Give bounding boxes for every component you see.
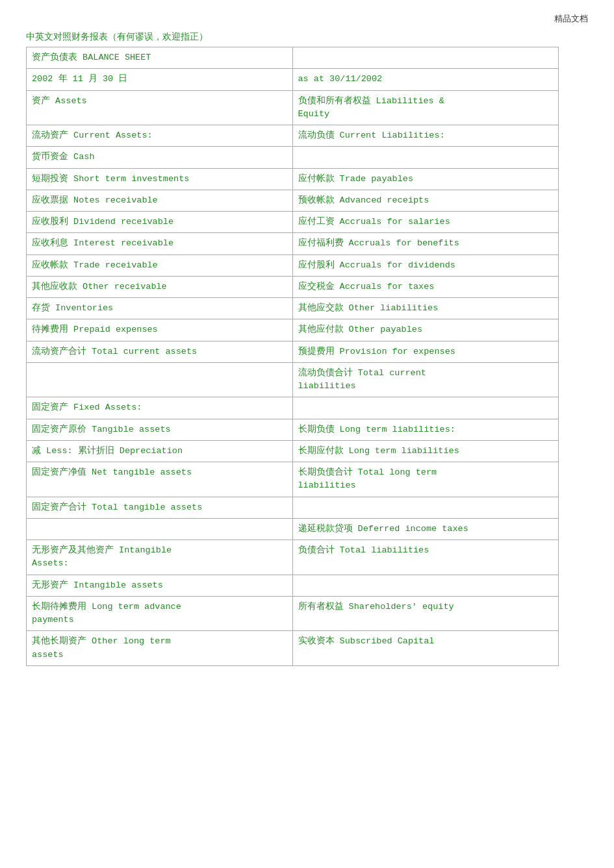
- cell-left: 短期投资 Short term investments: [27, 168, 293, 190]
- cell-left: 应收股利 Dividend receivable: [27, 212, 293, 233]
- cell-left: 固定资产 Fixed Assets:: [27, 397, 293, 419]
- cell-right: 流动负债合计 Total currentliabilities: [292, 362, 559, 397]
- cell-right: [292, 497, 559, 518]
- cell-right: [292, 575, 559, 596]
- cell-right: 长期负债合计 Total long termliabilities: [292, 462, 559, 497]
- table-row: 货币资金 Cash: [27, 147, 559, 168]
- cell-right: 应付帐款 Trade payables: [292, 168, 559, 190]
- cell-left: [27, 362, 293, 397]
- cell-left: 应收利息 Interest receivable: [27, 233, 293, 254]
- cell-right: 应付工资 Accruals for salaries: [292, 212, 559, 233]
- table-row: 应收票据 Notes receivable预收帐款 Advanced recei…: [27, 190, 559, 211]
- cell-right: 负债和所有者权益 Liabilities &Equity: [292, 90, 559, 125]
- cell-left: 待摊费用 Prepaid expenses: [27, 319, 293, 341]
- table-row: 短期投资 Short term investments应付帐款 Trade pa…: [27, 168, 559, 190]
- cell-left: 减 Less: 累计折旧 Depreciation: [27, 440, 293, 462]
- cell-left: 存货 Inventories: [27, 298, 293, 319]
- cell-right: 长期负债 Long term liabilities:: [292, 419, 559, 440]
- cell-left: 2002 年 11 月 30 日: [27, 69, 293, 90]
- cell-right: 负债合计 Total liabilities: [292, 540, 559, 575]
- table-row: 应收利息 Interest receivable应付福利费 Accruals f…: [27, 233, 559, 254]
- cell-right: 其他应付款 Other payables: [292, 319, 559, 341]
- cell-right: 预提费用 Provision for expenses: [292, 341, 559, 362]
- document-title: 中英文对照财务报表（有何谬误，欢迎指正）: [26, 31, 588, 43]
- table-row: 资产 Assets负债和所有者权益 Liabilities &Equity: [27, 90, 559, 125]
- table-row: 2002 年 11 月 30 日as at 30/11/2002: [27, 69, 559, 90]
- cell-right: 预收帐款 Advanced receipts: [292, 190, 559, 211]
- table-row: 待摊费用 Prepaid expenses其他应付款 Other payable…: [27, 319, 559, 341]
- balance-sheet-table: 资产负债表 BALANCE SHEET2002 年 11 月 30 日as at…: [26, 47, 559, 666]
- cell-left: 资产 Assets: [27, 90, 293, 125]
- table-row: 存货 Inventories其他应交款 Other liabilities: [27, 298, 559, 319]
- cell-left: 其他长期资产 Other long termassets: [27, 631, 293, 666]
- table-row: 减 Less: 累计折旧 Depreciation长期应付款 Long term…: [27, 440, 559, 462]
- cell-right: 递延税款贷项 Deferred income taxes: [292, 518, 559, 539]
- table-row: 流动资产合计 Total current assets预提费用 Provisio…: [27, 341, 559, 362]
- cell-left: 应收帐款 Trade receivable: [27, 254, 293, 276]
- cell-right: 长期应付款 Long term liabilities: [292, 440, 559, 462]
- cell-right: 所有者权益 Shareholders' equity: [292, 596, 559, 631]
- cell-left: [27, 518, 293, 539]
- cell-right: 流动负债 Current Liabilities:: [292, 125, 559, 147]
- cell-right: 应付股利 Accruals for dividends: [292, 254, 559, 276]
- table-row: 长期待摊费用 Long term advancepayments所有者权益 Sh…: [27, 596, 559, 631]
- watermark-text: 精品文档: [26, 13, 588, 25]
- cell-left: 长期待摊费用 Long term advancepayments: [27, 596, 293, 631]
- cell-left: 无形资产及其他资产 IntangibleAssets:: [27, 540, 293, 575]
- cell-left: 货币资金 Cash: [27, 147, 293, 168]
- cell-left: 应收票据 Notes receivable: [27, 190, 293, 211]
- table-row: 其他应收款 Other receivable应交税金 Accruals for …: [27, 276, 559, 297]
- cell-right: 实收资本 Subscribed Capital: [292, 631, 559, 666]
- cell-left: 固定资产原价 Tangible assets: [27, 419, 293, 440]
- cell-right: 其他应交款 Other liabilities: [292, 298, 559, 319]
- cell-right: 应交税金 Accruals for taxes: [292, 276, 559, 297]
- cell-left: 流动资产 Current Assets:: [27, 125, 293, 147]
- cell-left: 无形资产 Intangible assets: [27, 575, 293, 596]
- table-row: 无形资产及其他资产 IntangibleAssets:负债合计 Total li…: [27, 540, 559, 575]
- cell-left: 资产负债表 BALANCE SHEET: [27, 47, 293, 69]
- cell-right: as at 30/11/2002: [292, 69, 559, 90]
- table-row: 流动负债合计 Total currentliabilities: [27, 362, 559, 397]
- cell-right: [292, 397, 559, 419]
- cell-left: 固定资产合计 Total tangible assets: [27, 497, 293, 518]
- cell-right: [292, 47, 559, 69]
- table-row: 应收股利 Dividend receivable应付工资 Accruals fo…: [27, 212, 559, 233]
- table-row: 固定资产净值 Net tangible assets长期负债合计 Total l…: [27, 462, 559, 497]
- cell-left: 固定资产净值 Net tangible assets: [27, 462, 293, 497]
- table-row: 递延税款贷项 Deferred income taxes: [27, 518, 559, 539]
- cell-right: 应付福利费 Accruals for benefits: [292, 233, 559, 254]
- cell-right: [292, 147, 559, 168]
- table-row: 资产负债表 BALANCE SHEET: [27, 47, 559, 69]
- table-row: 应收帐款 Trade receivable应付股利 Accruals for d…: [27, 254, 559, 276]
- table-row: 固定资产原价 Tangible assets长期负债 Long term lia…: [27, 419, 559, 440]
- table-row: 固定资产合计 Total tangible assets: [27, 497, 559, 518]
- table-row: 无形资产 Intangible assets: [27, 575, 559, 596]
- table-row: 流动资产 Current Assets:流动负债 Current Liabili…: [27, 125, 559, 147]
- cell-left: 流动资产合计 Total current assets: [27, 341, 293, 362]
- table-row: 其他长期资产 Other long termassets实收资本 Subscri…: [27, 631, 559, 666]
- cell-left: 其他应收款 Other receivable: [27, 276, 293, 297]
- table-row: 固定资产 Fixed Assets:: [27, 397, 559, 419]
